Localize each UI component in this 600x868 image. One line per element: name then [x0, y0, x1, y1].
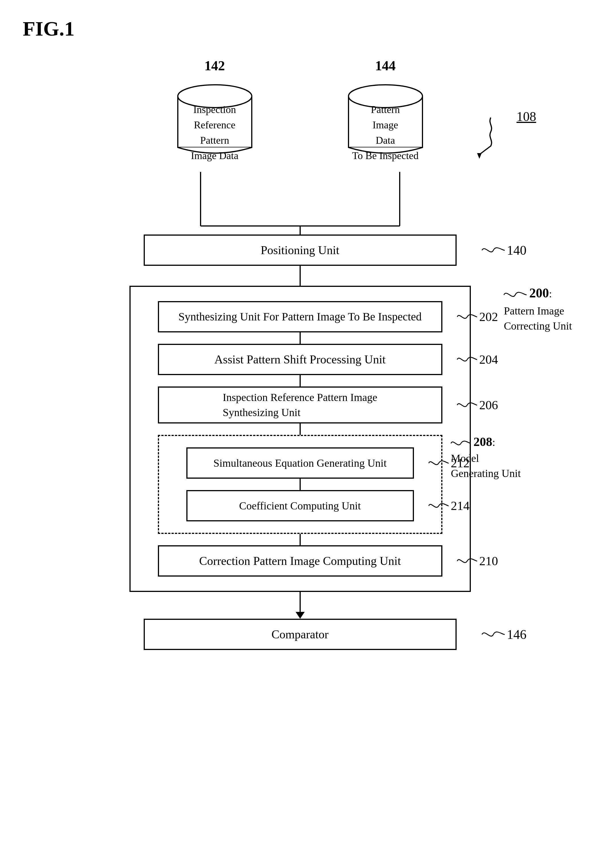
arrow-to-comparator — [295, 612, 305, 619]
coeff-wrapper: Coefficient Computing Unit 214 — [176, 490, 424, 521]
ref-210: 210 — [457, 554, 498, 568]
db1-label: 142 — [205, 58, 225, 73]
ref-146: 146 — [482, 627, 527, 642]
synthesizing-wrapper: Synthesizing Unit For Pattern Image To B… — [153, 301, 447, 332]
db2-label: 144 — [375, 58, 396, 73]
synthesizing-box: Synthesizing Unit For Pattern Image To B… — [158, 301, 442, 332]
coeff-box: Coefficient Computing Unit 214 — [186, 490, 414, 521]
v-line-model-corr — [300, 534, 301, 545]
v-line-pos-to-correct — [300, 266, 301, 286]
assist-box: Assist Pattern Shift Processing Unit 204 — [158, 344, 442, 375]
squiggle-200 — [504, 286, 527, 303]
insp-ref-wrapper: Inspection Reference Pattern Image Synth… — [153, 387, 447, 423]
squiggle-146 — [482, 627, 505, 642]
squiggle-202 — [457, 311, 477, 323]
ref-204: 204 — [457, 352, 498, 367]
simul-eq-box: Simultaneous Equation Generating Unit 21… — [186, 448, 414, 479]
ref-206: 206 — [457, 398, 498, 412]
ref-214: 214 — [429, 499, 470, 513]
page: FIG.1 108 142 — [0, 0, 600, 868]
v-line-correct-comp — [300, 592, 301, 612]
comparator-wrapper: Comparator 146 — [58, 619, 542, 650]
squiggle-212 — [429, 457, 448, 469]
model-gen-outer: 208: Model Generating Unit Simultaneous … — [158, 435, 442, 534]
squiggle-214 — [429, 499, 448, 512]
ref-202: 202 — [457, 310, 498, 324]
figure-title: FIG.1 — [23, 17, 577, 41]
v-line-synth-assist — [300, 332, 301, 344]
db2-text: Pattern Image Data To Be Inspected — [352, 102, 420, 163]
simul-eq-wrapper: Simultaneous Equation Generating Unit 21… — [176, 448, 424, 479]
squiggle-204 — [457, 353, 477, 366]
correction-comp-wrapper: Correction Pattern Image Computing Unit … — [153, 545, 447, 577]
squiggle-208 — [451, 437, 471, 450]
diagram: 108 142 Inspection — [58, 58, 542, 710]
db1-text: Inspection Reference Pattern Image Data — [181, 102, 249, 163]
squiggle-210 — [457, 555, 477, 567]
squiggle-140 — [482, 243, 505, 257]
comparator-box: Comparator 146 — [144, 619, 457, 650]
correcting-unit-outer: 200: Pattern Image Correcting Unit Synth… — [129, 286, 471, 592]
correction-comp-box: Correction Pattern Image Computing Unit … — [158, 545, 442, 577]
ref-212: 212 — [429, 456, 470, 470]
positioning-unit-box: Positioning Unit 140 — [144, 235, 457, 266]
positioning-unit-text: Positioning Unit — [252, 239, 348, 261]
v-line-assist-insp — [300, 375, 301, 387]
positioning-unit-wrapper: Positioning Unit 140 200: — [58, 235, 542, 650]
correcting-unit-ref: 200: Pattern Image Correcting Unit — [504, 284, 572, 334]
squiggle-206 — [457, 399, 477, 411]
assist-wrapper: Assist Pattern Shift Processing Unit 204 — [153, 344, 447, 375]
insp-ref-box: Inspection Reference Pattern Image Synth… — [158, 387, 442, 423]
v-line-insp-model — [300, 423, 301, 435]
cylinder-connectors — [101, 169, 499, 243]
v-line-simul-coeff — [300, 479, 301, 490]
ref-140: 140 — [482, 243, 527, 258]
